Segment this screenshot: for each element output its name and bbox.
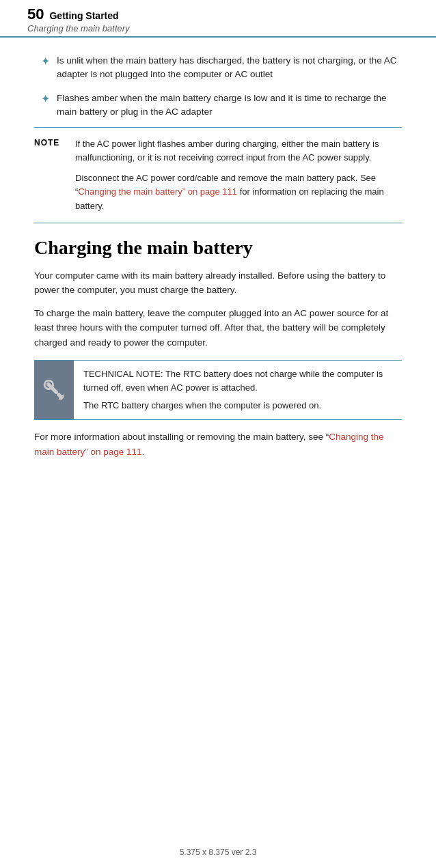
- bullet-item-2: ✦ Flashes amber when the main battery ch…: [34, 92, 402, 120]
- bullet-diamond-2: ✦: [41, 92, 50, 105]
- section-title-header: Charging the main battery: [27, 23, 409, 33]
- tech-note-content: TECHNICAL NOTE: The RTC battery does not…: [74, 361, 402, 419]
- page-header: 50 Getting Started Charging the main bat…: [0, 0, 436, 38]
- note-section: NOTE If the AC power light flashes amber…: [34, 128, 402, 223]
- main-content: ✦ Is unlit when the main battery has dis…: [0, 38, 436, 481]
- note-content: If the AC power light flashes amber duri…: [75, 137, 402, 213]
- page-footer: 5.375 x 8.375 ver 2.3: [0, 848, 436, 857]
- bullet-diamond-1: ✦: [41, 55, 50, 68]
- tech-note-line-2: The RTC battery charges when the compute…: [83, 399, 392, 412]
- note-label: NOTE: [34, 137, 67, 148]
- tech-note-line-1: TECHNICAL NOTE: The RTC battery does not…: [83, 367, 392, 395]
- tech-note-box: TECHNICAL NOTE: The RTC battery does not…: [34, 360, 402, 420]
- footer-para-suffix: .: [142, 447, 145, 457]
- page-number: 50: [27, 5, 44, 23]
- bullet-text-1: Is unlit when the main battery has disch…: [57, 54, 402, 82]
- body-para-2: To charge the main battery, leave the co…: [34, 306, 402, 350]
- wrench-icon: [42, 378, 66, 402]
- bullet-section: ✦ Is unlit when the main battery has dis…: [34, 46, 402, 128]
- note-paragraph-1: If the AC power light flashes amber duri…: [75, 137, 402, 165]
- footer-text: 5.375 x 8.375 ver 2.3: [180, 848, 257, 857]
- bullet-text-2: Flashes amber when the main battery char…: [57, 92, 402, 120]
- tech-note-icon: [34, 361, 74, 419]
- body-para-1: Your computer came with its main battery…: [34, 268, 402, 298]
- chapter-title: Getting Started: [49, 10, 118, 21]
- bullet-item-1: ✦ Is unlit when the main battery has dis…: [34, 54, 402, 82]
- section-heading: Charging the main battery: [34, 237, 402, 259]
- note-paragraph-2: Disconnect the AC power cord/cable and r…: [75, 171, 402, 212]
- note-link[interactable]: Changing the main battery” on page 111: [78, 186, 237, 197]
- footer-paragraph: For more information about installing or…: [34, 430, 402, 459]
- footer-para-prefix: For more information about installing or…: [34, 432, 329, 442]
